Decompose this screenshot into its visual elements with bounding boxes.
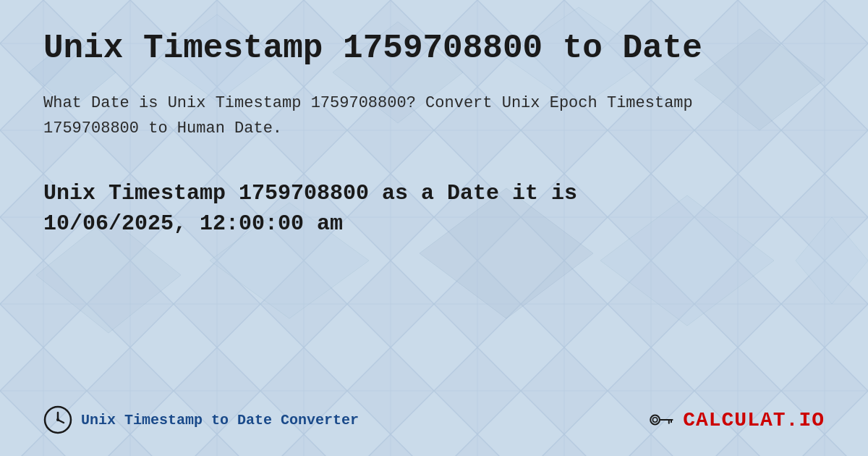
page-title: Unix Timestamp 1759708800 to Date [43,29,825,69]
result-line1: Unix Timestamp 1759708800 as a Date it i… [43,181,577,206]
result-text: Unix Timestamp 1759708800 as a Date it i… [43,178,731,239]
result-section: Unix Timestamp 1759708800 as a Date it i… [43,178,825,239]
result-line2: 10/06/2025, 12:00:00 am [43,211,343,236]
page-description: What Date is Unix Timestamp 1759708800? … [43,90,731,141]
